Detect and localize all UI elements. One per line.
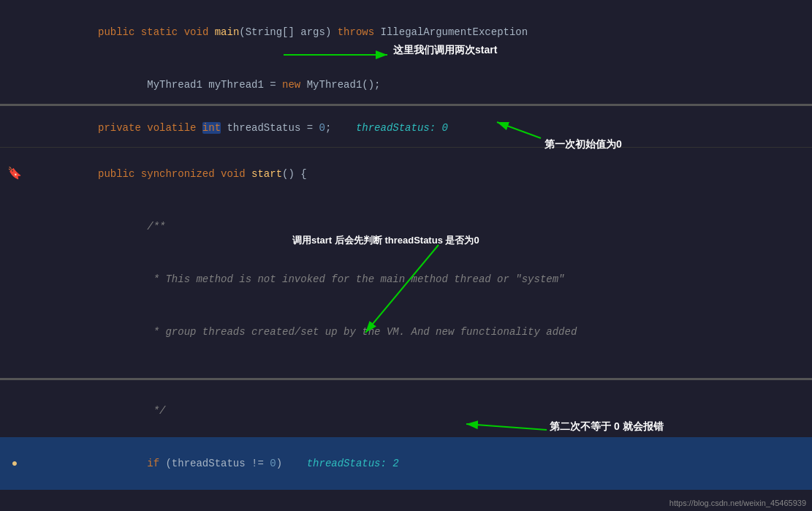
num-zero: 0	[319, 122, 325, 134]
code-line-comment-close2: */	[0, 385, 812, 437]
sp7: MyThread1();	[300, 79, 380, 91]
kw-new1: new	[282, 79, 300, 91]
code-line-comment2: * group threads created/set up by the VM…	[0, 306, 812, 358]
lc-m4: * group threads created/set up by the VM…	[29, 306, 812, 358]
comment-open: /**	[98, 221, 165, 232]
sp5: IllegalArgumentException	[374, 26, 528, 38]
annotation-error-text: 第二次不等于 0 就会报错	[550, 420, 664, 432]
ts-comment: threadStatus: 0	[331, 122, 448, 134]
headline-content: private volatile int threadStatus = 0; t…	[29, 110, 812, 145]
sp-m2: () {	[282, 168, 307, 180]
annotation-second-error: 第二次不等于 0 就会报错	[550, 420, 664, 434]
sp-m1	[246, 168, 251, 180]
kw-int-highlighted: int	[202, 122, 221, 134]
top-panel: public static void main(String[] args) t…	[0, 0, 812, 106]
kw-private: private volatile	[98, 122, 202, 134]
sp4: (String[] args)	[239, 26, 337, 38]
lc-m5: * to this method in the future may have …	[29, 358, 812, 380]
headline-line: private volatile int threadStatus = 0; t…	[0, 110, 812, 145]
sp-ts1: threadStatus =	[221, 122, 319, 134]
kw-pub-sync: public synchronized	[98, 168, 221, 180]
lc-m1: public synchronized void start() {	[29, 148, 812, 200]
code-line-start-method: 🔖 public synchronized void start() {	[0, 148, 812, 200]
sp-if3: (threadStatus !=	[159, 458, 270, 469]
kw-static: static	[141, 26, 178, 38]
watermark: https://blog.csdn.net/weixin_45465939	[669, 499, 806, 507]
code-line-if-second: ● if (threadStatus != 0) threadStatus: 2	[0, 437, 812, 490]
mid-panel: private volatile int threadStatus = 0; t…	[0, 106, 812, 380]
sp2	[178, 26, 183, 38]
comment2: * group threads created/set up by the VM…	[98, 326, 577, 338]
gutter-m1: 🔖	[0, 167, 29, 181]
kw-void2: void	[221, 168, 246, 180]
gutter-b2: ●	[0, 457, 29, 470]
fn-start3: start	[251, 168, 282, 180]
sp6: MyThread1 myThread1 =	[98, 79, 282, 91]
code-line-mythread-new: MyThread1 myThread1 = new MyThread1();	[0, 58, 812, 106]
annotation-check-text: 调用start 后会先判断 threadStatus 是否为0	[292, 235, 479, 246]
kw-public: public	[98, 26, 134, 38]
kw-void: void	[184, 26, 209, 38]
annotation-zero-text: 第一次初始值为0	[545, 138, 622, 150]
comment1: * This method is not invoked for the mai…	[98, 273, 565, 285]
annotation-start-text: 这里我们调用两次start	[393, 44, 497, 56]
lc-b1: */	[29, 385, 812, 437]
annotation-initial-zero: 第一次初始值为0	[545, 138, 622, 151]
code-line-comment3: * to this method in the future may have …	[0, 358, 812, 380]
line-content-2: MyThread1 myThread1 = new MyThread1();	[29, 58, 812, 106]
ts-bot-comment: threadStatus: 2	[295, 458, 399, 469]
kw-throws: throws	[338, 26, 374, 38]
sp3	[208, 26, 214, 38]
bookmark-icon: 🔖	[8, 167, 21, 181]
num-0-if2: 0	[270, 458, 276, 469]
sp-if4: )	[276, 458, 295, 469]
kw-if2: if	[98, 458, 159, 469]
sp1	[134, 26, 140, 38]
fn-main: main	[215, 26, 240, 38]
annotation-start-twice: 这里我们调用两次start	[393, 44, 497, 57]
annotation-check-status: 调用start 后会先判断 threadStatus 是否为0	[292, 234, 479, 247]
warning-icon-2: ●	[8, 457, 21, 470]
lc-b2: if (threadStatus != 0) threadStatus: 2	[29, 437, 812, 490]
lc-m3: * This method is not invoked for the mai…	[29, 253, 812, 306]
bot-panel: */ ● if (threadStatus != 0) threadStatus…	[0, 380, 812, 509]
comment-close2: */	[98, 405, 165, 417]
code-line-comment1: * This method is not invoked for the mai…	[0, 253, 812, 306]
